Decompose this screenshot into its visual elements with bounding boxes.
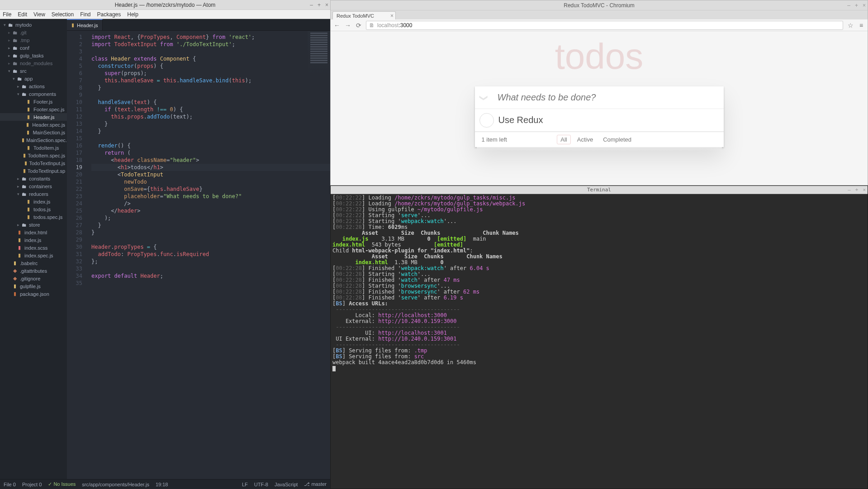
tree-item[interactable]: ◆.gitignore (0, 275, 67, 282)
browser-tab[interactable]: Redux TodoMVC × (332, 11, 396, 19)
code-line[interactable]: placeholder="What needs to be done?" (91, 193, 330, 200)
code-line[interactable] (91, 135, 330, 142)
code-line[interactable]: } (91, 229, 330, 236)
file-tree[interactable]: ▾🖿mytodo▸🖿.git▸🖿.tmp▸🖿conf▸🖿gulp_tasks▸🖿… (0, 19, 67, 479)
code-line[interactable]: ); (91, 214, 330, 222)
minimize-icon[interactable]: – (847, 2, 850, 9)
code-line[interactable]: <h1>todos</h1> (91, 164, 330, 171)
maximize-icon[interactable]: + (318, 2, 321, 8)
forward-icon[interactable]: → (344, 22, 351, 29)
menu-edit[interactable]: Edit (18, 11, 27, 18)
tree-item[interactable]: ▾🖿app (0, 75, 67, 82)
tree-item[interactable]: ▮Footer.spec.js (0, 105, 67, 113)
code-area[interactable]: 1234567891011121314151617181920212223242… (67, 31, 330, 479)
tree-item[interactable]: ▸🖿.git (0, 28, 67, 36)
filter-completed[interactable]: Completed (599, 135, 635, 144)
code-line[interactable] (91, 91, 330, 99)
code-line[interactable]: render() { (91, 142, 330, 149)
code-line[interactable]: }; (91, 258, 330, 265)
menu-packages[interactable]: Packages (97, 11, 121, 18)
status-project[interactable]: Project 0 (22, 482, 42, 487)
code-line[interactable]: import React, {PropTypes, Component} fro… (91, 33, 330, 41)
maximize-icon[interactable]: + (855, 2, 858, 9)
code-line[interactable]: </header> (91, 207, 330, 214)
code-line[interactable]: export default Header; (91, 272, 330, 280)
minimize-icon[interactable]: – (848, 187, 851, 193)
code-line[interactable]: constructor(props) { (91, 62, 330, 70)
code-line[interactable] (91, 280, 330, 287)
code-line[interactable]: } (91, 222, 330, 229)
tree-item[interactable]: ▮todos.spec.js (0, 213, 67, 221)
tree-item[interactable]: ▮MainSection.spec. (0, 136, 67, 144)
reload-icon[interactable]: ⟳ (355, 22, 362, 29)
code-line[interactable]: <TodoTextInput (91, 171, 330, 178)
new-todo-input[interactable] (493, 92, 724, 103)
code-line[interactable] (91, 265, 330, 272)
tree-item[interactable]: ▾🖿reducers (0, 190, 67, 198)
code-line[interactable]: Header.propTypes = { (91, 243, 330, 251)
tree-item[interactable]: ▮index.js (0, 198, 67, 205)
code-line[interactable] (91, 48, 330, 55)
minimap[interactable] (308, 31, 330, 85)
todo-label[interactable]: Use Redux (498, 115, 543, 125)
tree-item[interactable]: ◆.gitattributes (0, 267, 67, 275)
close-icon[interactable]: × (325, 2, 328, 8)
address-bar[interactable]: 🗎 localhost:3000 (366, 21, 843, 30)
tree-item[interactable]: ▮MainSection.js (0, 128, 67, 136)
code-content[interactable]: import React, {PropTypes, Component} fro… (88, 31, 330, 479)
code-line[interactable]: handleSave(text) { (91, 99, 330, 106)
chrome-titlebar[interactable]: Redux TodoMVC - Chromium – + × (331, 0, 868, 10)
code-line[interactable]: <header className="header"> (91, 157, 330, 164)
menu-find[interactable]: Find (80, 11, 90, 18)
tree-item[interactable]: ▮index.html (0, 228, 67, 236)
tree-item[interactable]: ▸🖿gulp_tasks (0, 52, 67, 59)
status-language[interactable]: JavaScript (275, 482, 298, 487)
status-position[interactable]: 19:18 (156, 482, 168, 487)
tree-item[interactable]: ▮index.scss (0, 244, 67, 252)
tree-item[interactable]: ▸🖿node_modules (0, 59, 67, 67)
tree-item[interactable]: ▸🖿store (0, 221, 67, 228)
tree-item[interactable]: ▮todos.js (0, 205, 67, 213)
menu-file[interactable]: File (3, 11, 11, 18)
code-line[interactable]: onSave={this.handleSave} (91, 185, 330, 193)
code-line[interactable]: super(props); (91, 70, 330, 77)
maximize-icon[interactable]: + (855, 187, 859, 193)
todo-checkbox[interactable] (479, 113, 494, 128)
tree-item[interactable]: ▮.babelrc (0, 259, 67, 267)
tree-item[interactable]: ▾🖿mytodo (0, 21, 67, 28)
tree-item[interactable]: ▾🖿components (0, 90, 67, 98)
tree-item[interactable]: ▸🖿.tmp (0, 36, 67, 44)
todo-item[interactable]: Use Redux (475, 109, 724, 132)
code-line[interactable]: /> (91, 200, 330, 207)
status-issues[interactable]: ✓ No Issues (48, 481, 76, 487)
tree-item[interactable]: ▾🖿src (0, 67, 67, 75)
tree-item[interactable]: ▮Footer.js (0, 98, 67, 105)
tree-item[interactable]: ▮TodoTextInput.sp (0, 167, 67, 175)
filter-active[interactable]: Active (574, 135, 597, 144)
tree-item[interactable]: ▮index.spec.js (0, 252, 67, 259)
tree-item[interactable]: ▮TodoTextInput.js (0, 159, 67, 167)
code-line[interactable]: return ( (91, 149, 330, 157)
close-icon[interactable]: × (863, 187, 866, 193)
back-icon[interactable]: ← (333, 22, 341, 29)
status-branch[interactable]: ⎇ master (304, 481, 327, 487)
tree-item[interactable]: ▸🖿constants (0, 175, 67, 182)
code-line[interactable]: newTodo (91, 178, 330, 185)
code-line[interactable]: this.props.addTodo(text); (91, 113, 330, 120)
tree-item[interactable]: ▮Header.js (0, 113, 67, 121)
tree-item[interactable]: ▮Header.spec.js (0, 121, 67, 128)
code-line[interactable]: addTodo: PropTypes.func.isRequired (91, 251, 330, 258)
code-line[interactable]: if (text.length !== 0) { (91, 106, 330, 113)
code-line[interactable]: } (91, 84, 330, 91)
code-line[interactable] (91, 236, 330, 243)
tree-item[interactable]: ▮package.json (0, 290, 67, 298)
close-icon[interactable]: × (863, 2, 866, 9)
menu-selection[interactable]: Selection (52, 11, 74, 18)
code-line[interactable]: import TodoTextInput from './TodoTextInp… (91, 41, 330, 48)
menu-help[interactable]: Help (127, 11, 138, 18)
menu-view[interactable]: View (33, 11, 45, 18)
menu-icon[interactable]: ≡ (858, 22, 865, 29)
tree-item[interactable]: ▸🖿containers (0, 182, 67, 190)
status-eol[interactable]: LF (242, 482, 248, 487)
minimize-icon[interactable]: – (310, 2, 313, 8)
